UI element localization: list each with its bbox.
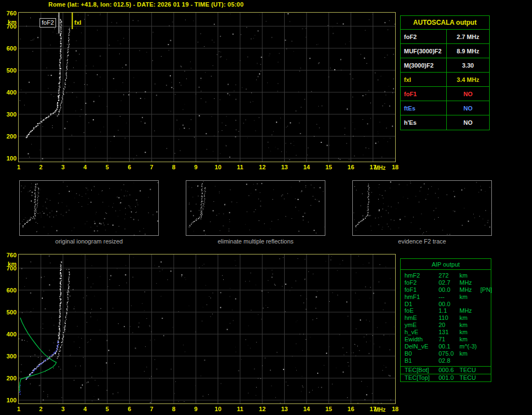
aip-unit: km [459, 350, 480, 357]
param-value: 2.7 MHz [447, 30, 489, 43]
aip-unit: km [459, 329, 480, 336]
aip-label: Ewidth [404, 336, 439, 343]
y-tick-200: 200 [2, 375, 16, 381]
y-tick-500: 500 [2, 309, 16, 316]
aip-label: TEC[Top] [404, 374, 439, 382]
autoscala-table-rows: foF22.7 MHzMUF(3000)F28.9 MHzM(3000)F23.… [401, 30, 489, 130]
x-axis-unit: MHz [374, 407, 386, 413]
aip-tec-rows: TEC[Bot]000.6TECUTEC[Top]001.0TECU [401, 366, 491, 381]
x-tick-15: 15 [323, 164, 334, 170]
aip-row-B0: B0075.0km [401, 350, 491, 357]
ionogram-canvas-top [19, 13, 395, 162]
x-tick-13: 13 [279, 164, 290, 170]
aip-unit: MHz [459, 279, 480, 286]
aip-row-hmF2: hmF2272km [401, 272, 491, 279]
x-tick-6: 6 [124, 164, 135, 170]
param-value: NO [447, 115, 489, 130]
param-value: 3.4 MHz [447, 73, 489, 86]
x-tick-9: 9 [190, 164, 201, 170]
aip-extra: [PN] [480, 286, 492, 294]
aip-unit: km [459, 294, 480, 301]
aip-extra [480, 336, 491, 343]
aip-unit: m^(-3) [459, 343, 480, 350]
param-label: foF1 [401, 87, 447, 101]
aip-value: 075.0 [439, 350, 459, 357]
aip-value: 272 [439, 272, 459, 279]
aip-extra [480, 294, 491, 301]
aip-row-TEC[Bot]: TEC[Bot]000.6TECU [401, 366, 491, 374]
aip-row-D1: D100.0 [401, 301, 491, 308]
x-tick-15: 15 [323, 406, 334, 412]
x-tick-7: 7 [146, 406, 157, 412]
aip-unit: km [459, 314, 480, 322]
aip-label: hmF2 [404, 272, 439, 279]
thumbnail-canvas [186, 181, 325, 235]
x-tick-14: 14 [301, 406, 312, 412]
x-tick-11: 11 [235, 406, 246, 412]
aip-extra [480, 322, 491, 329]
param-label: MUF(3000)F2 [401, 44, 447, 58]
station-date-header: Rome (lat: +41.8, lon: 012.5) - DATE: 20… [48, 1, 243, 8]
aip-value: 110 [439, 314, 459, 322]
x-tick-12: 12 [257, 164, 268, 170]
autoscala-row-foF1: foF1NO [401, 87, 489, 101]
aip-unit: km [459, 336, 480, 343]
x-tick-1: 1 [13, 164, 24, 170]
thumbnail-multiple-reflections [186, 180, 325, 236]
aip-value: 71 [439, 336, 459, 343]
y-tick-400: 400 [2, 331, 16, 337]
aip-value: 00.0 [439, 286, 459, 294]
x-tick-16: 16 [345, 406, 356, 412]
y-axis-unit: km [2, 19, 16, 25]
aip-label: foF1 [404, 286, 439, 294]
thumbnail-canvas [353, 181, 491, 235]
aip-unit: TECU [459, 374, 480, 382]
x-tick-2: 2 [35, 406, 46, 412]
aip-extra [480, 272, 491, 279]
y-axis-unit: km [2, 261, 16, 267]
thumbnail-caption: eliminate multiple reflections [186, 238, 325, 245]
autoscala-row-h'Es: h'EsNO [401, 115, 489, 130]
aip-label: hmF1 [404, 294, 439, 301]
autoscala-row-foF2: foF22.7 MHz [401, 30, 489, 44]
aip-output-table: AIP output hmF2272kmfoF202.7MHzfoF100.0M… [400, 258, 491, 382]
aip-label: D1 [404, 301, 439, 308]
aip-row-hmF1: hmF1---km [401, 294, 491, 301]
aip-label: foE [404, 307, 439, 314]
y-tick-600: 600 [2, 45, 16, 52]
autoscala-output-table: AUTOSCALA output foF22.7 MHzMUF(3000)F28… [400, 15, 490, 130]
x-axis-unit: MHz [374, 165, 386, 171]
param-label: foF2 [401, 30, 447, 43]
x-tick-8: 8 [168, 164, 179, 170]
aip-extra [480, 301, 491, 308]
x-tick-5: 5 [102, 406, 113, 412]
x-tick-7: 7 [146, 164, 157, 170]
aip-label: B1 [404, 357, 439, 364]
x-tick-3: 3 [58, 406, 69, 412]
thumbnail-caption: evidence F2 trace [352, 238, 492, 245]
aip-row-Ewidth: Ewidth71km [401, 336, 491, 343]
aip-row-h_vE: h_vE131km [401, 329, 491, 336]
x-tick-6: 6 [124, 406, 135, 412]
y-tick-500: 500 [2, 67, 16, 74]
ionogram-plot-top: foF2 fxI [18, 12, 396, 162]
ionogram-plot-bottom [18, 254, 396, 404]
aip-label: ymE [404, 322, 439, 329]
x-tick-4: 4 [80, 406, 91, 412]
thumbnail-canvas [20, 181, 158, 235]
aip-extra [480, 279, 491, 286]
aip-row-TEC[Top]: TEC[Top]001.0TECU [401, 374, 491, 381]
autoscala-table-header: AUTOSCALA output [401, 16, 489, 30]
aip-row-foF1: foF100.0MHz[PN] [401, 286, 491, 294]
aip-unit: MHz [459, 307, 480, 314]
y-tick-100: 100 [2, 155, 16, 162]
aip-value: 1.1 [439, 307, 459, 314]
aip-extra [480, 307, 491, 314]
aip-row-foE: foE1.1MHz [401, 307, 491, 314]
x-tick-10: 10 [213, 164, 224, 170]
aip-table-header: AIP output [401, 259, 491, 270]
aip-label: h_vE [404, 329, 439, 336]
aip-label: hmE [404, 314, 439, 322]
aip-row-DelN_vE: DelN_vE00.1m^(-3) [401, 343, 491, 350]
param-label: fxI [401, 73, 447, 86]
